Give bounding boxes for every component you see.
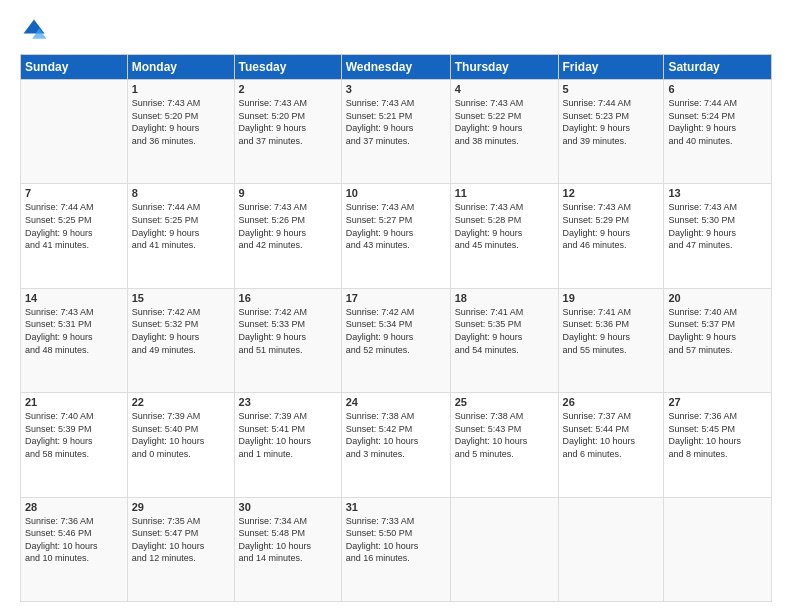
calendar-cell: 30Sunrise: 7:34 AM Sunset: 5:48 PM Dayli… — [234, 497, 341, 601]
day-info: Sunrise: 7:35 AM Sunset: 5:47 PM Dayligh… — [132, 515, 230, 565]
calendar-cell: 16Sunrise: 7:42 AM Sunset: 5:33 PM Dayli… — [234, 288, 341, 392]
logo-icon — [20, 16, 48, 44]
day-info: Sunrise: 7:39 AM Sunset: 5:40 PM Dayligh… — [132, 410, 230, 460]
day-info: Sunrise: 7:42 AM Sunset: 5:32 PM Dayligh… — [132, 306, 230, 356]
day-header-wednesday: Wednesday — [341, 55, 450, 80]
logo — [20, 16, 52, 44]
calendar-cell — [21, 80, 128, 184]
day-number: 14 — [25, 292, 123, 304]
day-number: 1 — [132, 83, 230, 95]
day-number: 8 — [132, 187, 230, 199]
calendar-cell: 19Sunrise: 7:41 AM Sunset: 5:36 PM Dayli… — [558, 288, 664, 392]
day-number: 17 — [346, 292, 446, 304]
calendar-cell: 31Sunrise: 7:33 AM Sunset: 5:50 PM Dayli… — [341, 497, 450, 601]
week-row-2: 7Sunrise: 7:44 AM Sunset: 5:25 PM Daylig… — [21, 184, 772, 288]
day-number: 23 — [239, 396, 337, 408]
day-number: 9 — [239, 187, 337, 199]
day-number: 19 — [563, 292, 660, 304]
calendar-cell: 13Sunrise: 7:43 AM Sunset: 5:30 PM Dayli… — [664, 184, 772, 288]
calendar-cell: 23Sunrise: 7:39 AM Sunset: 5:41 PM Dayli… — [234, 393, 341, 497]
day-header-tuesday: Tuesday — [234, 55, 341, 80]
day-number: 24 — [346, 396, 446, 408]
calendar-cell — [450, 497, 558, 601]
calendar-cell: 8Sunrise: 7:44 AM Sunset: 5:25 PM Daylig… — [127, 184, 234, 288]
calendar-cell: 15Sunrise: 7:42 AM Sunset: 5:32 PM Dayli… — [127, 288, 234, 392]
calendar-cell: 27Sunrise: 7:36 AM Sunset: 5:45 PM Dayli… — [664, 393, 772, 497]
day-info: Sunrise: 7:42 AM Sunset: 5:33 PM Dayligh… — [239, 306, 337, 356]
day-number: 11 — [455, 187, 554, 199]
day-number: 26 — [563, 396, 660, 408]
calendar-cell: 10Sunrise: 7:43 AM Sunset: 5:27 PM Dayli… — [341, 184, 450, 288]
day-info: Sunrise: 7:44 AM Sunset: 5:25 PM Dayligh… — [25, 201, 123, 251]
day-number: 6 — [668, 83, 767, 95]
day-number: 18 — [455, 292, 554, 304]
calendar-cell: 5Sunrise: 7:44 AM Sunset: 5:23 PM Daylig… — [558, 80, 664, 184]
day-header-friday: Friday — [558, 55, 664, 80]
calendar-cell: 4Sunrise: 7:43 AM Sunset: 5:22 PM Daylig… — [450, 80, 558, 184]
day-info: Sunrise: 7:43 AM Sunset: 5:30 PM Dayligh… — [668, 201, 767, 251]
day-number: 22 — [132, 396, 230, 408]
calendar-cell: 12Sunrise: 7:43 AM Sunset: 5:29 PM Dayli… — [558, 184, 664, 288]
day-info: Sunrise: 7:38 AM Sunset: 5:42 PM Dayligh… — [346, 410, 446, 460]
day-info: Sunrise: 7:37 AM Sunset: 5:44 PM Dayligh… — [563, 410, 660, 460]
day-info: Sunrise: 7:40 AM Sunset: 5:39 PM Dayligh… — [25, 410, 123, 460]
calendar-cell — [664, 497, 772, 601]
day-number: 28 — [25, 501, 123, 513]
day-number: 15 — [132, 292, 230, 304]
day-info: Sunrise: 7:38 AM Sunset: 5:43 PM Dayligh… — [455, 410, 554, 460]
day-info: Sunrise: 7:36 AM Sunset: 5:46 PM Dayligh… — [25, 515, 123, 565]
day-info: Sunrise: 7:34 AM Sunset: 5:48 PM Dayligh… — [239, 515, 337, 565]
day-info: Sunrise: 7:44 AM Sunset: 5:25 PM Dayligh… — [132, 201, 230, 251]
day-header-saturday: Saturday — [664, 55, 772, 80]
day-header-sunday: Sunday — [21, 55, 128, 80]
header-row: SundayMondayTuesdayWednesdayThursdayFrid… — [21, 55, 772, 80]
day-info: Sunrise: 7:44 AM Sunset: 5:23 PM Dayligh… — [563, 97, 660, 147]
day-info: Sunrise: 7:44 AM Sunset: 5:24 PM Dayligh… — [668, 97, 767, 147]
day-number: 29 — [132, 501, 230, 513]
day-number: 7 — [25, 187, 123, 199]
day-info: Sunrise: 7:41 AM Sunset: 5:35 PM Dayligh… — [455, 306, 554, 356]
calendar-cell: 1Sunrise: 7:43 AM Sunset: 5:20 PM Daylig… — [127, 80, 234, 184]
day-number: 27 — [668, 396, 767, 408]
day-info: Sunrise: 7:43 AM Sunset: 5:27 PM Dayligh… — [346, 201, 446, 251]
calendar-cell: 28Sunrise: 7:36 AM Sunset: 5:46 PM Dayli… — [21, 497, 128, 601]
calendar-cell: 24Sunrise: 7:38 AM Sunset: 5:42 PM Dayli… — [341, 393, 450, 497]
calendar-cell: 11Sunrise: 7:43 AM Sunset: 5:28 PM Dayli… — [450, 184, 558, 288]
day-number: 31 — [346, 501, 446, 513]
week-row-3: 14Sunrise: 7:43 AM Sunset: 5:31 PM Dayli… — [21, 288, 772, 392]
day-number: 30 — [239, 501, 337, 513]
calendar-table: SundayMondayTuesdayWednesdayThursdayFrid… — [20, 54, 772, 602]
calendar-cell: 20Sunrise: 7:40 AM Sunset: 5:37 PM Dayli… — [664, 288, 772, 392]
day-info: Sunrise: 7:41 AM Sunset: 5:36 PM Dayligh… — [563, 306, 660, 356]
day-info: Sunrise: 7:33 AM Sunset: 5:50 PM Dayligh… — [346, 515, 446, 565]
day-number: 12 — [563, 187, 660, 199]
day-info: Sunrise: 7:43 AM Sunset: 5:29 PM Dayligh… — [563, 201, 660, 251]
week-row-4: 21Sunrise: 7:40 AM Sunset: 5:39 PM Dayli… — [21, 393, 772, 497]
day-number: 5 — [563, 83, 660, 95]
day-number: 16 — [239, 292, 337, 304]
calendar-cell: 18Sunrise: 7:41 AM Sunset: 5:35 PM Dayli… — [450, 288, 558, 392]
day-number: 4 — [455, 83, 554, 95]
day-info: Sunrise: 7:43 AM Sunset: 5:20 PM Dayligh… — [132, 97, 230, 147]
week-row-5: 28Sunrise: 7:36 AM Sunset: 5:46 PM Dayli… — [21, 497, 772, 601]
day-info: Sunrise: 7:36 AM Sunset: 5:45 PM Dayligh… — [668, 410, 767, 460]
calendar-cell: 17Sunrise: 7:42 AM Sunset: 5:34 PM Dayli… — [341, 288, 450, 392]
day-info: Sunrise: 7:43 AM Sunset: 5:22 PM Dayligh… — [455, 97, 554, 147]
day-info: Sunrise: 7:40 AM Sunset: 5:37 PM Dayligh… — [668, 306, 767, 356]
calendar-cell: 6Sunrise: 7:44 AM Sunset: 5:24 PM Daylig… — [664, 80, 772, 184]
calendar-cell: 25Sunrise: 7:38 AM Sunset: 5:43 PM Dayli… — [450, 393, 558, 497]
day-number: 3 — [346, 83, 446, 95]
calendar-cell: 21Sunrise: 7:40 AM Sunset: 5:39 PM Dayli… — [21, 393, 128, 497]
header — [20, 16, 772, 44]
calendar-cell: 14Sunrise: 7:43 AM Sunset: 5:31 PM Dayli… — [21, 288, 128, 392]
day-info: Sunrise: 7:43 AM Sunset: 5:20 PM Dayligh… — [239, 97, 337, 147]
day-number: 10 — [346, 187, 446, 199]
day-info: Sunrise: 7:43 AM Sunset: 5:28 PM Dayligh… — [455, 201, 554, 251]
day-header-thursday: Thursday — [450, 55, 558, 80]
day-info: Sunrise: 7:43 AM Sunset: 5:31 PM Dayligh… — [25, 306, 123, 356]
calendar-page: SundayMondayTuesdayWednesdayThursdayFrid… — [0, 0, 792, 612]
day-info: Sunrise: 7:43 AM Sunset: 5:26 PM Dayligh… — [239, 201, 337, 251]
day-info: Sunrise: 7:39 AM Sunset: 5:41 PM Dayligh… — [239, 410, 337, 460]
week-row-1: 1Sunrise: 7:43 AM Sunset: 5:20 PM Daylig… — [21, 80, 772, 184]
calendar-cell: 9Sunrise: 7:43 AM Sunset: 5:26 PM Daylig… — [234, 184, 341, 288]
